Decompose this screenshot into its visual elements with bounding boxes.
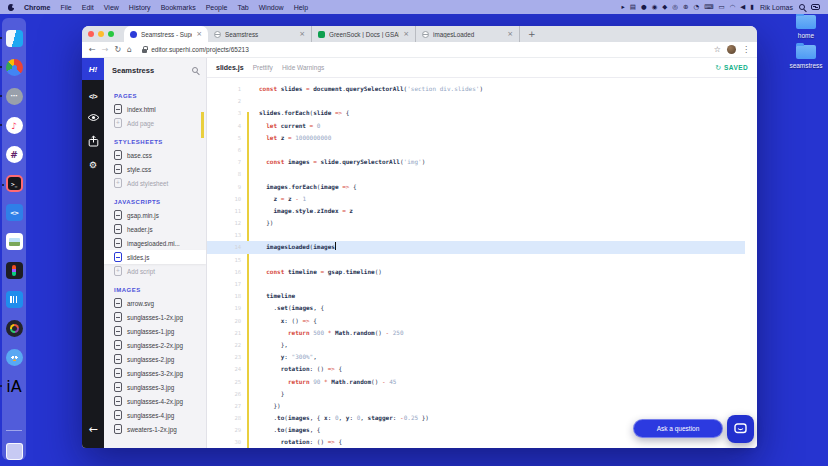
browser-menu-icon[interactable]: ⋮ (742, 45, 750, 54)
spotlight-search-icon[interactable] (799, 4, 805, 10)
code-line[interactable]: 22 }, (207, 339, 745, 351)
menu-item-history[interactable]: History (129, 4, 151, 11)
menu-item-file[interactable]: File (60, 4, 71, 11)
code-line[interactable]: 6 (207, 144, 745, 156)
code-line[interactable]: 14 imagesLoaded(images (207, 241, 745, 253)
code-line[interactable]: 13 (207, 229, 745, 241)
code-line[interactable]: 10 z = z - 1 (207, 193, 745, 205)
record-icon[interactable]: ◎ (672, 4, 678, 11)
code-line[interactable]: 3slides.forEach(slide => { (207, 107, 745, 119)
add-item-button[interactable]: Add script (114, 264, 206, 278)
sidebar-search-icon[interactable] (192, 67, 198, 73)
code-line[interactable]: 8 (207, 168, 745, 180)
chat-widget-button[interactable] (727, 415, 754, 443)
home-icon[interactable]: ⌂ (127, 46, 132, 54)
dock-item-finder[interactable] (6, 30, 23, 47)
keyboard-icon[interactable]: ⌨ (704, 4, 713, 11)
browser-tab[interactable]: GreenSock | Docs | GSAP× (312, 26, 416, 42)
menu-item-people[interactable]: People (206, 4, 228, 11)
file-item-sweaters-1-2x-jpg[interactable]: sweaters-1-2x.jpg (114, 422, 206, 436)
file-item-style-css[interactable]: style.css (114, 162, 206, 176)
menu-item-view[interactable]: View (104, 4, 119, 11)
dock-item-music[interactable]: ♪ (6, 117, 23, 134)
superhi-logo[interactable]: H! (82, 58, 104, 80)
code-line[interactable]: 27 }) (207, 400, 745, 412)
minimize-window-button[interactable] (98, 31, 104, 37)
add-item-button[interactable]: Add stylesheet (114, 176, 206, 190)
menu-item-help[interactable]: Help (294, 4, 308, 11)
menu-item-edit[interactable]: Edit (82, 4, 94, 11)
code-line[interactable]: 20 x: () => { (207, 315, 745, 327)
file-item-sunglasses-4-2x-jpg[interactable]: sunglasses-4-2x.jpg (114, 394, 206, 408)
menu-item-tab[interactable]: Tab (237, 4, 248, 11)
action-prettify[interactable]: Prettify (253, 64, 273, 71)
dock-item-chrome[interactable] (6, 59, 23, 76)
new-tab-button[interactable]: + (528, 29, 536, 39)
dock-item-intercom[interactable] (6, 291, 23, 308)
dock-item-figma[interactable] (6, 262, 23, 279)
display-icon[interactable]: ▭ (719, 4, 725, 11)
code-line[interactable]: 21 return 500 * Math.random() - 250 (207, 327, 745, 339)
file-item-index-html[interactable]: index.html (114, 102, 206, 116)
dock-item-slack[interactable]: # (6, 146, 23, 163)
dock-item-preview[interactable] (6, 233, 23, 250)
wifi-icon[interactable]: ◠ (730, 4, 736, 11)
control-center-icon[interactable] (811, 4, 820, 10)
browser-tab[interactable]: Seamstress× (208, 26, 312, 42)
dock-item-messages[interactable]: ⋯ (6, 88, 23, 105)
action-hide-warnings[interactable]: Hide Warnings (282, 64, 324, 71)
file-item-slides-js[interactable]: slides.js (104, 250, 206, 264)
bookmark-star-icon[interactable]: ☆ (714, 45, 721, 54)
desktop-folder-seamstress[interactable]: seamstress (776, 45, 828, 69)
browser-tab[interactable]: Seamstress - SuperHi× (124, 26, 208, 42)
preview-eye-icon[interactable] (87, 113, 100, 122)
code-line[interactable]: 12 }) (207, 217, 745, 229)
forward-icon[interactable]: → (102, 46, 109, 54)
globe-icon[interactable]: ⊕ (683, 4, 688, 11)
code-line[interactable]: 18 timeline (207, 290, 745, 302)
dock-item-vscode[interactable]: <> (6, 204, 23, 221)
volume-icon[interactable]: ◀ (740, 4, 745, 11)
ask-question-button[interactable]: Ask a question (633, 419, 723, 438)
code-line[interactable]: 26 } (207, 388, 745, 400)
battery-icon[interactable]: ▮ (750, 4, 754, 11)
address-bar[interactable]: editor.superhi.com/projects/65213 (138, 46, 708, 53)
file-item-sunglasses-1-2x-jpg[interactable]: sunglasses-1-2x.jpg (114, 310, 206, 324)
code-line[interactable]: 9 images.forEach(image => { (207, 181, 745, 193)
code-line[interactable]: 24 rotation: () => { (207, 363, 745, 375)
code-line[interactable]: 5 let z = 1000000000 (207, 132, 745, 144)
share-upload-icon[interactable] (88, 135, 99, 147)
dock-item-trash[interactable] (6, 443, 23, 460)
file-item-imagesloaded-mi-[interactable]: imagesloaded.mi... (114, 236, 206, 250)
tab-close-icon[interactable]: × (299, 30, 305, 38)
menu-user[interactable]: Rik Lomas (760, 4, 793, 11)
dock-item-twitterrific[interactable] (6, 349, 23, 366)
reload-icon[interactable]: ↻ (114, 46, 121, 54)
code-line[interactable]: 15 (207, 254, 745, 266)
file-item-base-css[interactable]: base.css (114, 148, 206, 162)
code-line[interactable]: 23 y: "300%", (207, 351, 745, 363)
file-item-sunglasses-2-jpg[interactable]: sunglasses-2.jpg (114, 352, 206, 366)
code-line[interactable]: 7 const images = slide.querySelectorAll(… (207, 156, 745, 168)
code-line[interactable]: 30 rotation: () => { (207, 436, 745, 448)
file-item-header-js[interactable]: header.js (114, 222, 206, 236)
dock-item-screenflow[interactable] (6, 320, 23, 337)
settings-gear-icon[interactable]: ⚙ (89, 160, 97, 170)
tab-close-icon[interactable]: × (196, 30, 202, 38)
apple-menu-icon[interactable] (8, 4, 14, 11)
dock-item-terminal[interactable]: >_ (6, 175, 23, 192)
tab-close-icon[interactable]: × (403, 30, 409, 38)
browser-tab[interactable]: imagesLoaded× (416, 26, 520, 42)
file-item-sunglasses-3-jpg[interactable]: sunglasses-3.jpg (114, 380, 206, 394)
dot-icon[interactable]: ● (641, 4, 647, 11)
zoom-window-button[interactable] (108, 31, 114, 37)
code-line[interactable]: 19 .set(images, { (207, 302, 745, 314)
file-item-sunglasses-3-2x-jpg[interactable]: sunglasses-3-2x.jpg (114, 366, 206, 380)
code-line[interactable]: 1const slides = document.querySelectorAl… (207, 83, 745, 95)
code-editor[interactable]: 1const slides = document.querySelectorAl… (207, 78, 757, 448)
shield-icon[interactable]: ◆ (662, 4, 667, 11)
clock-icon[interactable]: ◔ (693, 4, 699, 11)
code-line[interactable]: 17 (207, 278, 745, 290)
code-line[interactable]: 11 image.style.zIndex = z (207, 205, 745, 217)
tab-close-icon[interactable]: × (507, 30, 513, 38)
